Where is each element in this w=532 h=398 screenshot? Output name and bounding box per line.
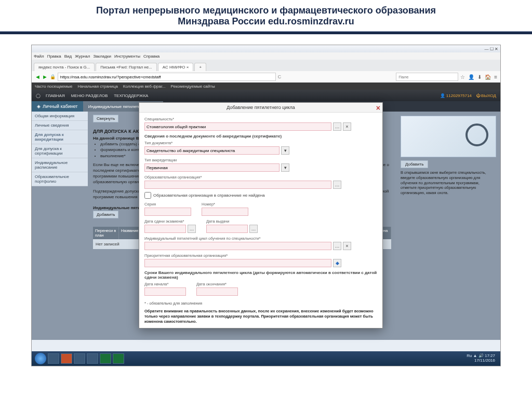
search-input[interactable] (396, 73, 458, 81)
dropdown-icon[interactable]: ▾ (281, 146, 289, 155)
calendar-icon[interactable]: … (249, 225, 258, 233)
window-controls[interactable]: — ☐ ✕ (485, 47, 498, 51)
sidebar-item-schedule[interactable]: Индивидуальное расписание (32, 158, 88, 172)
required-note: * - обязательно для заполнения (144, 301, 377, 306)
taskbar-app-4[interactable] (87, 353, 98, 364)
taskbar-app-6[interactable] (113, 353, 124, 364)
accred-type-select[interactable] (144, 163, 280, 172)
series-input[interactable] (144, 208, 191, 216)
sidebar-item-general[interactable]: Общая информация (32, 112, 88, 121)
number-input[interactable] (202, 208, 248, 216)
right-panel: Добавить В открывшемся окне выберите спе… (396, 112, 500, 340)
bookmarks-bar[interactable]: Часто посещаемые Начальная страница Колл… (32, 83, 500, 90)
app-topbar: ◯ ГЛАВНАЯ МЕНЮ РАЗДЕЛОВ ТЕХПОДДЕРЖКА 👤 1… (32, 90, 500, 101)
screenshot-window: — ☐ ✕ ФайлПравкаВидЖурналЗакладкиИнструм… (31, 45, 501, 366)
doctype-select[interactable] (144, 146, 280, 155)
ind-cycle-input[interactable] (144, 242, 331, 250)
download-icon[interactable]: ⬇ (477, 74, 482, 80)
forward-icon[interactable]: ► (42, 74, 48, 80)
window-titlebar: — ☐ ✕ (32, 45, 500, 52)
new-tab[interactable]: + (194, 63, 206, 71)
taskbar-app-3[interactable] (74, 353, 85, 364)
nav-main[interactable]: ГЛАВНАЯ (46, 93, 65, 98)
nav-support[interactable]: ТЕХПОДДЕРЖКА (114, 93, 148, 98)
personal-cabinet[interactable]: ◈ Личный кабинет (32, 101, 83, 112)
lock-icon: 🔒 (50, 74, 56, 79)
self-icon[interactable]: ☆ (460, 74, 465, 80)
logo-icon: ◯ (36, 93, 41, 98)
section-dates: Сроки Вашего индивидуального пятилетнего… (144, 270, 377, 280)
windows-taskbar: Ru ▲ 🔊 17:2717/11/2016 (32, 351, 500, 366)
start-date-input[interactable] (144, 287, 186, 296)
warning-text: Обратите внимание на правильность внесен… (144, 309, 377, 324)
system-tray[interactable]: Ru ▲ 🔊 17:2717/11/2016 (467, 354, 497, 363)
add-cycle-modal: Добавление пятилетнего цикла × Специальн… (139, 102, 383, 328)
edu-org-input[interactable] (144, 181, 331, 189)
sidebar-item-accred[interactable]: Для допуска к аккредитации (32, 130, 88, 144)
add-cycle-button[interactable]: Добавить (93, 211, 118, 218)
slide-title: Портал непрерывного медицинского и фарма… (0, 0, 532, 31)
sidebar-item-portfolio[interactable]: Образовательное портфолио (32, 172, 88, 186)
specialty-input[interactable] (144, 122, 331, 131)
transfer-icon[interactable]: ◆ (333, 259, 341, 267)
logout-button[interactable]: ⏻ ВЫХОД (476, 93, 496, 98)
taskbar-app-2[interactable] (61, 353, 72, 364)
user-icon[interactable]: 👤 (468, 74, 474, 80)
stethoscope-image (401, 116, 496, 157)
menu-icon[interactable]: ≡ (494, 74, 497, 80)
specialty-label: Специальность* (144, 117, 377, 121)
taskbar-app-1[interactable] (48, 353, 59, 364)
url-input[interactable] (58, 73, 276, 81)
close-icon[interactable]: × (376, 104, 380, 112)
start-button[interactable] (35, 353, 46, 364)
lookup-icon[interactable]: … (333, 181, 341, 189)
modal-title: Добавление пятилетнего цикла × (139, 103, 382, 113)
browser-menu[interactable]: ФайлПравкаВидЖурналЗакладкиИнструментыСп… (32, 52, 500, 60)
sidebar-item-cert[interactable]: Для допуска к сертификации (32, 144, 88, 158)
collapse-button[interactable]: Свернуть (93, 115, 118, 122)
sidebar-item-personal[interactable]: Личные сведения (32, 121, 88, 130)
user-id: 👤 11202975714 (440, 93, 472, 98)
tab-0[interactable]: яндекс почта - Поиск в G... (34, 63, 95, 71)
end-date-input[interactable] (196, 287, 238, 296)
title-divider (0, 31, 532, 34)
home-icon[interactable]: 🏠 (485, 74, 491, 80)
dropdown-icon[interactable]: ▾ (281, 163, 289, 172)
url-bar: ◄► 🔒 C ☆ 👤 ⬇ 🏠 ≡ (32, 71, 500, 83)
not-found-checkbox[interactable] (144, 192, 151, 199)
tab-2[interactable]: АС НМИФО × (158, 63, 194, 71)
section-docs: Сведения о последнем документе об аккред… (144, 134, 377, 139)
sidebar: Общая информация Личные сведения Для доп… (32, 112, 88, 340)
clear-icon[interactable]: × (343, 242, 351, 250)
priority-org-input[interactable] (144, 259, 331, 267)
add-button-right[interactable]: Добавить (401, 160, 428, 168)
clear-icon[interactable]: × (343, 122, 351, 131)
tab-1[interactable]: Письма «Fwd: Портал не... (96, 63, 157, 71)
exam-date-input[interactable] (144, 225, 186, 233)
close-icon[interactable]: × (187, 65, 189, 70)
issue-date-input[interactable] (206, 225, 248, 233)
browser-tabs: яндекс почта - Поиск в G... Письма «Fwd:… (32, 60, 500, 71)
lookup-icon[interactable]: … (333, 122, 341, 131)
back-icon[interactable]: ◄ (35, 74, 41, 80)
lookup-icon[interactable]: … (333, 242, 341, 250)
calendar-icon[interactable]: … (188, 225, 196, 233)
diamond-icon: ◈ (37, 104, 41, 109)
nav-sections[interactable]: МЕНЮ РАЗДЕЛОВ (71, 93, 108, 98)
taskbar-app-5[interactable] (100, 353, 111, 364)
